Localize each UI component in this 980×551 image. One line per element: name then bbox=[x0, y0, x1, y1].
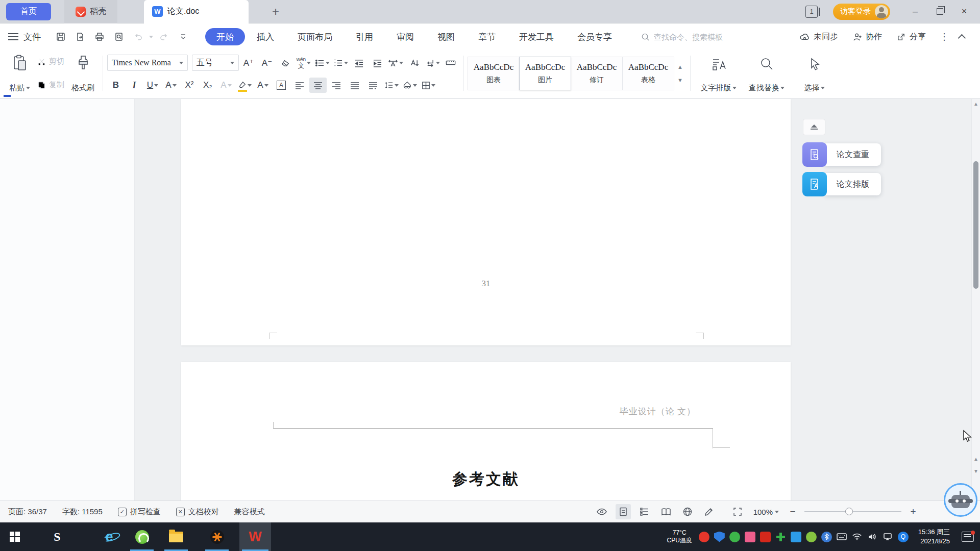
tab-home[interactable]: 首页 bbox=[6, 3, 51, 20]
undo-dropdown-caret[interactable] bbox=[149, 36, 153, 40]
borders-button[interactable] bbox=[420, 78, 437, 93]
font-color-button[interactable]: A bbox=[254, 78, 272, 93]
minimize-button[interactable]: – bbox=[904, 3, 926, 20]
menu-tab-page-layout[interactable]: 页面布局 bbox=[286, 28, 344, 45]
increase-indent-button[interactable] bbox=[369, 55, 386, 70]
proofread-toggle[interactable]: ✕文档校对 bbox=[176, 507, 219, 517]
more-options-button[interactable]: ⋮ bbox=[936, 31, 953, 42]
eye-protection-button[interactable] bbox=[594, 504, 609, 519]
decrease-indent-button[interactable] bbox=[350, 55, 368, 70]
menu-tab-membership[interactable]: 会员专享 bbox=[566, 28, 624, 45]
clear-format-button[interactable] bbox=[277, 55, 294, 70]
start-button[interactable] bbox=[0, 522, 30, 551]
print-button[interactable] bbox=[91, 29, 108, 45]
phonetic-guide-button[interactable]: wén文 bbox=[295, 55, 312, 70]
zoom-in-button[interactable]: + bbox=[908, 506, 919, 517]
word-count[interactable]: 字数: 11595 bbox=[62, 507, 103, 517]
subscript-button[interactable]: X₂ bbox=[199, 78, 216, 93]
select-button[interactable]: 选择 bbox=[791, 53, 839, 94]
window-count-badge[interactable]: 1 bbox=[805, 6, 818, 18]
login-button[interactable]: 访客登录 bbox=[833, 4, 890, 20]
menu-tab-start[interactable]: 开始 bbox=[205, 28, 245, 45]
taskbar-sogou[interactable]: S bbox=[43, 522, 71, 551]
bullet-list-button[interactable] bbox=[313, 55, 331, 70]
text-layout-button[interactable]: 文字排版 bbox=[695, 53, 743, 94]
tray-leaf-icon[interactable] bbox=[806, 532, 817, 542]
increase-font-button[interactable]: A⁺ bbox=[240, 55, 257, 70]
print-preview-button[interactable] bbox=[110, 29, 128, 45]
document-page-references[interactable]: 毕业设计（论 文） 参考文献 bbox=[181, 362, 791, 500]
text-effects-button[interactable]: A bbox=[217, 78, 235, 93]
save-button[interactable] bbox=[52, 29, 69, 45]
tray-red-app-icon[interactable] bbox=[699, 532, 709, 542]
zoom-level-select[interactable]: 100% bbox=[753, 508, 779, 516]
share-button[interactable]: 分享 bbox=[892, 28, 930, 45]
page-indicator[interactable]: 页面: 36/37 bbox=[8, 507, 47, 517]
align-center-button[interactable] bbox=[309, 78, 327, 93]
style-chart[interactable]: AaBbCcDc 图表 bbox=[468, 57, 520, 90]
menu-tab-references[interactable]: 引用 bbox=[344, 28, 385, 45]
web-layout-button[interactable] bbox=[680, 504, 695, 519]
align-right-button[interactable] bbox=[328, 78, 345, 93]
format-painter-button[interactable]: 格式刷 bbox=[67, 53, 99, 94]
underline-button[interactable]: U bbox=[144, 78, 161, 93]
volume-icon[interactable] bbox=[867, 532, 878, 542]
taskbar-internet-explorer[interactable]: e bbox=[95, 522, 124, 551]
wifi-icon[interactable] bbox=[852, 532, 863, 542]
tray-green-app-icon[interactable] bbox=[729, 532, 740, 542]
read-mode-button[interactable] bbox=[658, 504, 674, 519]
style-scroll-down-button[interactable]: ▼ bbox=[677, 77, 683, 83]
tab-docer[interactable]: 稻壳 bbox=[64, 0, 117, 23]
numbered-list-button[interactable] bbox=[332, 55, 349, 70]
zoom-slider-thumb[interactable] bbox=[845, 508, 853, 515]
input-device-icon[interactable] bbox=[837, 532, 847, 542]
tray-pink-app-icon[interactable] bbox=[745, 532, 755, 542]
scroll-up-arrow[interactable]: ▲ bbox=[973, 101, 978, 107]
fit-page-button[interactable] bbox=[730, 504, 745, 519]
command-search[interactable] bbox=[641, 33, 756, 41]
highlight-color-button[interactable] bbox=[236, 78, 253, 93]
collaborate-button[interactable]: 协作 bbox=[848, 28, 887, 45]
tab-stops-button[interactable] bbox=[442, 55, 459, 70]
action-center-icon[interactable] bbox=[962, 532, 974, 542]
undo-button[interactable] bbox=[130, 29, 147, 45]
wrap-marks-button[interactable] bbox=[424, 55, 441, 70]
redo-button[interactable] bbox=[155, 29, 173, 45]
paste-button[interactable]: 粘贴 bbox=[5, 53, 34, 94]
strikethrough-button[interactable]: A bbox=[162, 78, 180, 93]
character-scale-button[interactable] bbox=[387, 55, 404, 70]
sidebar-collapse-button[interactable] bbox=[803, 119, 825, 135]
cut-button[interactable]: 剪切 bbox=[35, 56, 66, 67]
zoom-slider[interactable] bbox=[804, 511, 901, 512]
menu-tab-review[interactable]: 审阅 bbox=[385, 28, 426, 45]
text-direction-button[interactable] bbox=[405, 55, 423, 70]
taskbar-spider-app[interactable] bbox=[203, 522, 231, 551]
tray-red-square-icon[interactable] bbox=[760, 532, 771, 542]
superscript-button[interactable]: X² bbox=[181, 78, 198, 93]
document-page-31[interactable]: 31 bbox=[181, 99, 791, 345]
taskbar-wps[interactable]: W bbox=[239, 522, 271, 551]
menu-tab-section[interactable]: 章节 bbox=[467, 28, 507, 45]
scrollbar-thumb[interactable] bbox=[973, 161, 978, 289]
zoom-out-button[interactable]: − bbox=[787, 506, 798, 517]
style-revision[interactable]: AaBbCcDc 修订 bbox=[571, 57, 623, 90]
customize-qat-button[interactable] bbox=[175, 29, 192, 45]
menu-tab-view[interactable]: 视图 bbox=[426, 28, 467, 45]
shading-button[interactable] bbox=[401, 78, 419, 93]
line-spacing-button[interactable] bbox=[383, 78, 400, 93]
next-page-button[interactable]: ▼ bbox=[973, 468, 978, 474]
search-input[interactable] bbox=[654, 33, 756, 41]
justify-button[interactable] bbox=[346, 78, 363, 93]
menu-tab-insert[interactable]: 插入 bbox=[245, 28, 286, 45]
find-replace-button[interactable]: 查找替换 bbox=[743, 53, 791, 94]
character-border-button[interactable]: A bbox=[273, 78, 290, 93]
font-name-select[interactable]: Times New Roma bbox=[107, 55, 188, 71]
display-icon[interactable] bbox=[883, 532, 893, 542]
tray-green-cross-icon[interactable] bbox=[775, 532, 786, 542]
paper-typeset-button[interactable]: 论文排版 bbox=[802, 172, 881, 196]
document-area[interactable]: 31 毕业设计（论 文） 参考文献 论文查重 论文排版 bbox=[0, 99, 980, 500]
export-button[interactable] bbox=[71, 29, 89, 45]
bold-button[interactable]: B bbox=[107, 78, 125, 93]
copy-button[interactable]: 复制 bbox=[35, 79, 66, 91]
menu-tab-dev-tools[interactable]: 开发工具 bbox=[507, 28, 566, 45]
